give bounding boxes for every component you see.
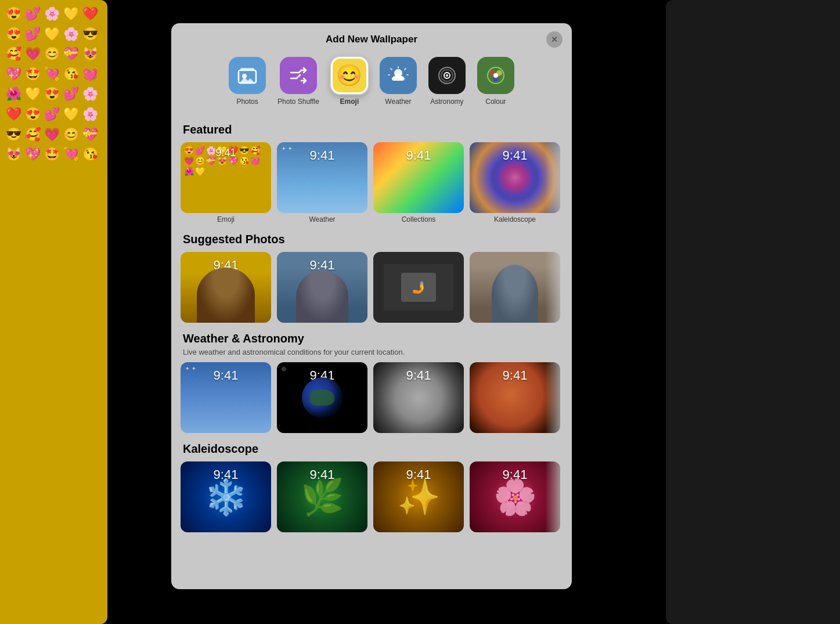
svg-point-7 (446, 74, 448, 77)
astronomy-icon-wrap (428, 57, 466, 94)
photo-item-2[interactable]: 9:41 (277, 252, 367, 323)
earth-globe (302, 377, 343, 418)
suggested-grid-wrapper: 9:41 9:41 🤳 (181, 252, 563, 323)
person2-silhouette (296, 270, 348, 323)
astronomy-icon (436, 64, 458, 86)
person4-silhouette (492, 265, 538, 323)
moon-time: 9:41 (406, 368, 431, 383)
weather-small-label: ✦ ✦ (282, 146, 293, 152)
weather-astronomy-grid-wrapper: ✦ ✦ 9:41 ◎ 9:41 (181, 362, 563, 433)
weather-icon (387, 66, 409, 85)
kaleido-green-item[interactable]: 🌿 9:41 (277, 461, 367, 532)
mars-item[interactable]: 9:41 (470, 362, 560, 433)
kaleido-gold-thumb[interactable]: ✨ 9:41 (373, 461, 464, 532)
colour-label: Colour (485, 98, 506, 106)
featured-weather-thumb[interactable]: ✦ ✦ 9:41 (277, 142, 367, 213)
kaleidoscope-grid: ❄️ 9:41 🌿 9:41 ✨ 9:41 (181, 461, 563, 532)
featured-grid-wrapper: 😍💕🌸💛 ❤️😎🥰💗 😊💝😻💖 😘💓🌺💛 9:41 Emoji ✦ ✦ 9:41 (181, 142, 563, 223)
featured-kaleidoscope-item[interactable]: 9:41 Kaleidoscope (470, 142, 560, 223)
earth-thumb[interactable]: ◎ 9:41 (277, 362, 367, 433)
kaleido-pink-time: 9:41 (503, 467, 528, 482)
weather-astronomy-grid: ✦ ✦ 9:41 ◎ 9:41 (181, 362, 563, 433)
photo-item-4[interactable] (470, 252, 560, 323)
featured-weather-item[interactable]: ✦ ✦ 9:41 Weather (277, 142, 367, 223)
kaleido-blue-item[interactable]: ❄️ 9:41 (181, 461, 271, 532)
colour-icon-wrap (477, 57, 514, 94)
kaleido-pink-pattern: 🌸 (493, 477, 537, 518)
astronomy-label: Astronomy (430, 98, 463, 106)
kaleido-green-pattern: 🌿 (301, 477, 344, 518)
kaleido-gold-item[interactable]: ✨ 9:41 (373, 461, 464, 532)
emoji-icon-wrap: 😊 (331, 57, 368, 94)
kaleido-blue-pattern: ❄️ (204, 477, 248, 518)
featured-grid: 😍💕🌸💛 ❤️😎🥰💗 😊💝😻💖 😘💓🌺💛 9:41 Emoji ✦ ✦ 9:41 (181, 142, 563, 223)
weather-sky-time: 9:41 (214, 368, 239, 383)
photos-icon (237, 67, 257, 84)
featured-kaleidoscope-caption: Kaleidoscope (470, 215, 560, 223)
featured-emoji-thumb[interactable]: 😍💕🌸💛 ❤️😎🥰💗 😊💝😻💖 😘💓🌺💛 9:41 (181, 142, 271, 213)
kaleido-pink-thumb[interactable]: 🌸 9:41 (470, 461, 560, 532)
mars-thumb[interactable]: 9:41 (470, 362, 560, 433)
shuffle-label: Photo Shuffle (277, 98, 319, 106)
modal-content[interactable]: Featured 😍💕🌸💛 ❤️😎🥰💗 😊💝😻💖 😘💓🌺💛 9:41 Emoji (171, 114, 572, 589)
weather-astronomy-subtitle: Live weather and astronomical conditions… (183, 348, 563, 356)
earth-continents (310, 389, 334, 406)
shuffle-icon (289, 67, 308, 84)
featured-collections-caption: Collections (373, 215, 464, 223)
category-shuffle[interactable]: Photo Shuffle (277, 57, 319, 106)
kaleidoscope-grid-wrapper: ❄️ 9:41 🌿 9:41 ✨ 9:41 (181, 461, 563, 532)
kaleido-blue-time: 9:41 (214, 467, 239, 482)
photo-thumb-2[interactable]: 9:41 (277, 252, 367, 323)
kaleido-blue-thumb[interactable]: ❄️ 9:41 (181, 461, 271, 532)
photo-thumb-4[interactable] (470, 252, 560, 323)
earth-item[interactable]: ◎ 9:41 (277, 362, 367, 433)
featured-collections-item[interactable]: 9:41 Collections (373, 142, 464, 223)
suggested-photos-title: Suggested Photos (183, 233, 563, 246)
svg-point-13 (493, 73, 498, 78)
category-row: Photos Photo Shuffle 😊 Emoji (171, 51, 572, 114)
category-emoji[interactable]: 😊 Emoji (331, 57, 368, 106)
kaleido-pink-item[interactable]: 🌸 9:41 (470, 461, 560, 532)
bg-right-panel (666, 0, 840, 624)
category-weather[interactable]: Weather (380, 57, 417, 106)
weather-sky-item[interactable]: ✦ ✦ 9:41 (181, 362, 271, 433)
category-astronomy[interactable]: Astronomy (428, 57, 466, 106)
shuffle-icon-wrap (280, 57, 317, 94)
category-colour[interactable]: Colour (477, 57, 514, 106)
featured-weather-caption: Weather (277, 215, 367, 223)
photo-item-1[interactable]: 9:41 (181, 252, 271, 323)
close-button[interactable]: ✕ (546, 31, 563, 48)
moon-item[interactable]: 9:41 (373, 362, 464, 433)
person1-silhouette (197, 268, 255, 323)
photo-thumb-1[interactable]: 9:41 (181, 252, 271, 323)
kaleidoscope-time: 9:41 (503, 148, 528, 163)
kaleido-green-thumb[interactable]: 🌿 9:41 (277, 461, 367, 532)
featured-kaleidoscope-thumb[interactable]: 9:41 (470, 142, 560, 213)
suggested-grid: 9:41 9:41 🤳 (181, 252, 563, 323)
modal-header: Add New Wallpaper ✕ (171, 23, 572, 51)
photos-label: Photos (236, 98, 258, 106)
mars-time: 9:41 (503, 368, 528, 383)
category-photos[interactable]: Photos (229, 57, 266, 106)
weather-astronomy-title: Weather & Astronomy (183, 332, 563, 345)
weather-label: Weather (385, 98, 411, 106)
weather-icon-wrap (380, 57, 417, 94)
kaleidoscope-section-title: Kaleidoscope (183, 442, 563, 456)
svg-rect-1 (240, 68, 254, 70)
emoji-label: Emoji (340, 98, 359, 106)
featured-collections-thumb[interactable]: 9:41 (373, 142, 464, 213)
weather-sky-thumb[interactable]: ✦ ✦ 9:41 (181, 362, 271, 433)
weather-time: 9:41 (310, 148, 335, 163)
featured-emoji-item[interactable]: 😍💕🌸💛 ❤️😎🥰💗 😊💝😻💖 😘💓🌺💛 9:41 Emoji (181, 142, 271, 223)
earth-small: ◎ (282, 366, 286, 371)
photo-thumb-3[interactable]: 🤳 (373, 252, 464, 323)
kaleido-gold-pattern: ✨ (397, 477, 441, 518)
collections-time: 9:41 (406, 148, 431, 163)
moon-thumb[interactable]: 9:41 (373, 362, 464, 433)
featured-section-title: Featured (183, 123, 563, 136)
modal-title: Add New Wallpaper (326, 34, 417, 45)
weather-sky-small: ✦ ✦ (185, 366, 196, 371)
photo-item-3[interactable]: 🤳 (373, 252, 464, 323)
bg-emoji-wallpaper: 😍 💕 🌸 💛 ❤️ 😍 💕 💛 🌸 😎 🥰 💗 😊 💝 😻 💖 🤩 💘 😘 💓… (0, 0, 107, 624)
emoji-icon: 😊 (336, 63, 362, 88)
